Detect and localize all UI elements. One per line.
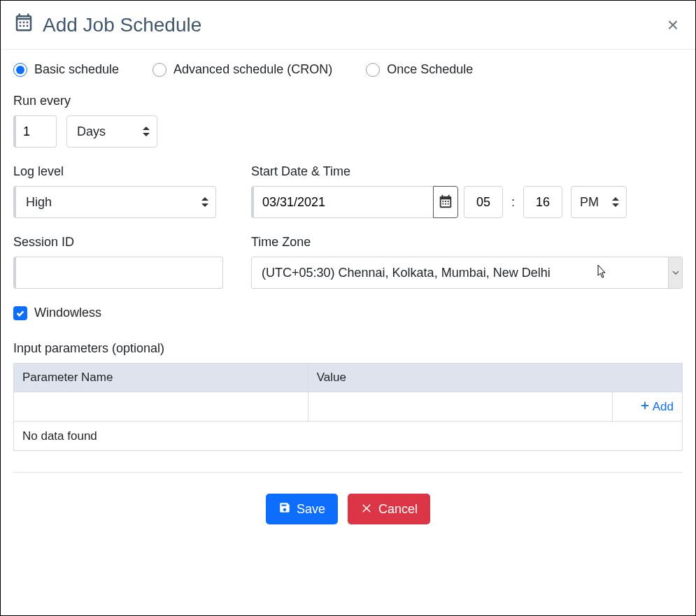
windowless-label: Windowless bbox=[34, 306, 101, 320]
radio-once-schedule[interactable]: Once Schedule bbox=[366, 62, 473, 77]
input-params-table: Parameter Name Value Add bbox=[13, 363, 683, 451]
run-every-unit-select[interactable]: Days bbox=[66, 115, 157, 148]
start-date-input[interactable] bbox=[251, 186, 433, 218]
timezone-text: (UTC+05:30) Chennai, Kolkata, Mumbai, Ne… bbox=[252, 257, 668, 288]
start-datetime-row: : PM bbox=[251, 186, 683, 218]
log-level-text: High bbox=[26, 195, 52, 210]
session-id-input[interactable] bbox=[13, 257, 223, 289]
cancel-label: Cancel bbox=[378, 502, 418, 517]
close-button[interactable]: × bbox=[663, 15, 683, 35]
radio-label: Advanced schedule (CRON) bbox=[173, 62, 332, 77]
check-icon bbox=[15, 308, 25, 318]
save-button[interactable]: Save bbox=[266, 494, 338, 524]
session-id-label: Session ID bbox=[13, 235, 230, 250]
time-colon: : bbox=[511, 195, 515, 210]
start-datetime-field: Start Date & Time : PM bbox=[251, 164, 683, 218]
run-every-unit-text: Days bbox=[77, 124, 106, 139]
start-datetime-label: Start Date & Time bbox=[251, 164, 683, 179]
log-level-select[interactable]: High bbox=[13, 186, 216, 218]
modal-header: Add Job Schedule × bbox=[1, 1, 695, 50]
col-value: Value bbox=[308, 364, 682, 392]
date-picker-button[interactable] bbox=[433, 186, 458, 218]
radio-basic-schedule[interactable]: Basic schedule bbox=[13, 62, 119, 77]
params-input-row: Add bbox=[14, 392, 683, 422]
param-name-cell[interactable] bbox=[14, 392, 308, 422]
add-param-button[interactable]: Add bbox=[640, 400, 674, 414]
add-label: Add bbox=[653, 400, 674, 414]
ampm-select[interactable]: PM bbox=[571, 186, 627, 218]
calendar-icon bbox=[438, 194, 453, 211]
modal-body: Basic schedule Advanced schedule (CRON) … bbox=[1, 50, 695, 538]
radio-icon bbox=[366, 63, 380, 77]
chevron-updown-icon bbox=[143, 127, 150, 136]
save-icon bbox=[278, 501, 291, 517]
run-every-value-input[interactable] bbox=[13, 115, 57, 148]
divider bbox=[13, 472, 683, 473]
log-level-label: Log level bbox=[13, 164, 230, 179]
add-job-schedule-modal: Add Job Schedule × Basic schedule Advanc… bbox=[1, 1, 695, 615]
chevron-updown-icon bbox=[201, 197, 208, 207]
run-every-label: Run every bbox=[13, 94, 683, 108]
close-icon: × bbox=[667, 14, 679, 36]
timezone-field: Time Zone (UTC+05:30) Chennai, Kolkata, … bbox=[251, 235, 683, 289]
chevron-updown-icon bbox=[612, 197, 619, 207]
radio-icon bbox=[152, 63, 166, 77]
input-params-label: Input parameters (optional) bbox=[13, 341, 683, 356]
radio-icon bbox=[13, 63, 27, 77]
schedule-type-group: Basic schedule Advanced schedule (CRON) … bbox=[13, 62, 683, 77]
param-value-cell[interactable] bbox=[308, 392, 612, 422]
log-level-field: Log level High bbox=[13, 164, 230, 218]
modal-footer: Save Cancel bbox=[13, 494, 683, 538]
session-id-field: Session ID bbox=[13, 235, 230, 289]
timezone-select[interactable]: (UTC+05:30) Chennai, Kolkata, Mumbai, Ne… bbox=[251, 257, 683, 289]
ampm-text: PM bbox=[580, 195, 599, 210]
run-every-row: Days bbox=[13, 115, 683, 148]
windowless-checkbox-row: Windowless bbox=[13, 306, 683, 320]
save-label: Save bbox=[297, 502, 325, 517]
plus-icon bbox=[640, 400, 650, 414]
cancel-icon bbox=[360, 501, 373, 517]
radio-advanced-schedule[interactable]: Advanced schedule (CRON) bbox=[152, 62, 332, 77]
windowless-checkbox[interactable] bbox=[13, 306, 27, 320]
timezone-label: Time Zone bbox=[251, 235, 683, 250]
radio-label: Once Schedule bbox=[387, 62, 473, 77]
cancel-button[interactable]: Cancel bbox=[348, 494, 430, 524]
params-empty-row: No data found bbox=[14, 422, 683, 451]
minute-input[interactable] bbox=[523, 186, 562, 218]
no-data-text: No data found bbox=[14, 422, 683, 451]
chevron-down-icon bbox=[672, 266, 679, 279]
calendar-icon bbox=[13, 12, 34, 38]
modal-title: Add Job Schedule bbox=[13, 12, 201, 38]
modal-title-text: Add Job Schedule bbox=[43, 14, 201, 36]
hour-input[interactable] bbox=[464, 186, 503, 218]
col-parameter-name: Parameter Name bbox=[14, 364, 308, 392]
timezone-dropdown-button[interactable] bbox=[668, 257, 682, 288]
radio-label: Basic schedule bbox=[34, 62, 119, 77]
